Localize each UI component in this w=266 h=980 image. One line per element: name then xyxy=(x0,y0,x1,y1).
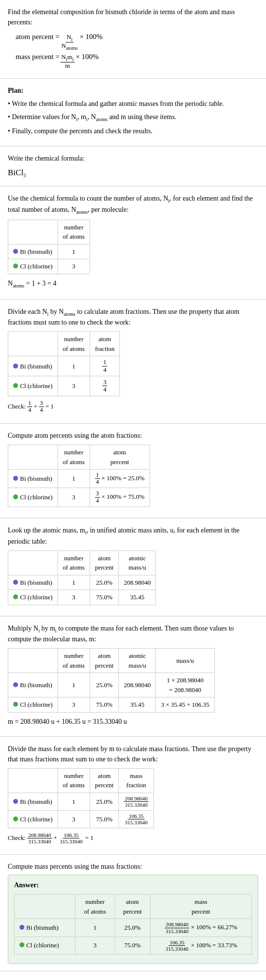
bi-count: 1 xyxy=(57,244,90,259)
answer-box: Answer: numberof atoms atompercent massp… xyxy=(8,875,258,963)
col-atomic-mass-header: atomicmass/u xyxy=(119,649,156,673)
col-num-atoms-header: numberof atoms xyxy=(75,895,114,919)
cl-label: Cl (chlorine) xyxy=(15,937,76,954)
cl-bullet xyxy=(19,942,24,947)
col-atom-pct-header: atompercent xyxy=(114,895,150,919)
cl-mass-calc: 3 × 35.45 = 106.35 xyxy=(156,697,214,713)
col-element-header xyxy=(8,551,58,575)
bi-bullet xyxy=(13,580,18,585)
table-row: Bi (bismuth) 1 xyxy=(8,244,90,259)
bi-atom-pct: 25.0% xyxy=(114,919,150,937)
cl-count: 3 xyxy=(57,259,90,274)
cl-mass-fraction: 106.35 315.33040 xyxy=(119,811,154,828)
table-row: Cl (chlorine) 3 75.0% 35.45 3 × 35.45 = … xyxy=(8,697,215,713)
table-row: Cl (chlorine) 3 75.0% 106.35 315.33040 xyxy=(8,811,154,828)
cl-bullet xyxy=(13,383,18,388)
chemical-formula-section: Write the chemical formula: BiCl3 xyxy=(0,146,266,186)
cl-count: 3 xyxy=(57,811,90,828)
bi-count: 1 xyxy=(57,470,90,488)
bi-label: Bi (bismuth) xyxy=(8,673,58,697)
col-num-atoms-header: numberof atoms xyxy=(57,445,90,470)
col-atomic-mass-header: atomicmass/u xyxy=(119,551,156,575)
cl-fraction: 3 4 xyxy=(90,376,119,396)
col-num-atoms-header: numberof atoms xyxy=(57,220,90,244)
cl-label: Cl (chlorine) xyxy=(8,488,58,507)
atom-percents-section: Compute atom percents using the atom fra… xyxy=(0,424,266,518)
bi-bullet xyxy=(13,364,18,368)
plan-step-3: • Finally, compute the percents and chec… xyxy=(8,126,258,136)
cl-count: 3 xyxy=(75,937,114,954)
cl-bullet xyxy=(13,817,18,821)
table-row: Bi (bismuth) 1 25.0% 208.98040 1 × 208.9… xyxy=(8,673,215,697)
col-element-header xyxy=(8,649,58,673)
table-row: Cl (chlorine) 3 75.0% 106.35 315.33040 ×… xyxy=(15,937,252,954)
table-row: Bi (bismuth) 1 1 4 xyxy=(8,356,120,376)
col-atom-fraction-header: atomfraction xyxy=(90,332,119,356)
col-element-header xyxy=(8,445,58,470)
cl-atom-pct: 75.0% xyxy=(90,697,118,713)
plan-section: Plan: • Write the chemical formula and g… xyxy=(0,79,266,146)
cl-count: 3 xyxy=(57,697,90,713)
molecular-mass-total: m = 208.98040 u + 106.35 u = 315.33040 u xyxy=(8,716,258,727)
col-num-atoms-header: numberof atoms xyxy=(57,768,90,793)
fractions-check: Check: 14 + 34 = 1 xyxy=(8,400,258,413)
atom-percents-table: numberof atoms atompercent Bi (bismuth) … xyxy=(8,445,150,507)
cl-bullet xyxy=(13,594,18,599)
atomic-mass-text: Look up the atomic mass, mi, in unified … xyxy=(8,525,258,547)
bi-bullet xyxy=(13,682,18,687)
cl-mass-pct: 106.35 315.33040 × 100% = 33.73% xyxy=(150,937,251,954)
col-atom-pct-header: atompercent xyxy=(90,768,118,793)
mass-fractions-check: Check: 208.98040315.33040 + 106.35315.33… xyxy=(8,832,258,844)
cl-count: 3 xyxy=(57,590,90,605)
cl-atom-pct: 75.0% xyxy=(90,590,118,605)
atom-fractions-text: Divide each Ni by Natoms to calculate at… xyxy=(8,306,258,328)
atomic-mass-table: numberof atoms atompercent atomicmass/u … xyxy=(8,551,156,605)
bi-bullet xyxy=(19,925,24,930)
bi-mass-fraction: 208.98040 315.33040 xyxy=(119,793,154,810)
bi-atomic-mass: 208.98040 xyxy=(119,673,156,697)
col-atom-pct-header: atompercent xyxy=(90,649,118,673)
atom-fractions-section: Divide each Ni by Natoms to calculate at… xyxy=(0,300,266,424)
col-mass-fraction-header: massfraction xyxy=(119,768,154,793)
col-atom-percent-header: atompercent xyxy=(90,445,150,470)
atomic-mass-section: Look up the atomic mass, mi, in unified … xyxy=(0,518,266,616)
cl-atomic-mass: 35.45 xyxy=(119,697,156,713)
bi-count: 1 xyxy=(57,356,90,376)
atom-percent-formula: atom percent = Ni Natoms × 100% xyxy=(16,31,258,50)
mass-fractions-section: Divide the mass for each element by m to… xyxy=(0,737,266,855)
table-row: Bi (bismuth) 1 14 × 100% = 25.0% xyxy=(8,470,150,488)
col-element-header xyxy=(15,895,76,919)
intro-text: Find the elemental composition for bismu… xyxy=(8,7,258,27)
bi-count: 1 xyxy=(57,575,90,590)
molecular-mass-text: Multiply Ni by mi to compute the mass fo… xyxy=(8,623,258,645)
bi-bullet xyxy=(13,476,18,481)
col-element-header xyxy=(8,332,58,356)
cl-count: 3 xyxy=(57,488,90,507)
cl-atom-pct: 34 × 100% = 75.0% xyxy=(90,488,150,507)
col-mass-header: mass/u xyxy=(156,649,214,673)
count-atoms-section: Use the chemical formula to count the nu… xyxy=(0,186,266,299)
bi-label: Bi (bismuth) xyxy=(8,575,58,590)
cl-label: Cl (chlorine) xyxy=(8,259,58,274)
bi-atom-pct: 14 × 100% = 25.0% xyxy=(90,470,150,488)
mass-percent-formula: mass percent = Nimi m × 100% xyxy=(16,51,258,69)
mass-fractions-table: numberof atoms atompercent massfraction … xyxy=(8,768,154,828)
count-atoms-table: numberof atoms Bi (bismuth) 1 Cl (chlori… xyxy=(8,220,90,274)
bi-label: Bi (bismuth) xyxy=(8,244,58,259)
bi-mass-pct: 208.98040 315.33040 × 100% = 66.27% xyxy=(150,919,251,937)
cl-count: 3 xyxy=(57,376,90,396)
answer-section: Compute mass percents using the mass fra… xyxy=(0,855,266,971)
table-row: Bi (bismuth) 1 25.0% 208.98040 315.33040… xyxy=(15,919,252,937)
cl-bullet xyxy=(13,264,18,268)
col-num-atoms-header: numberof atoms xyxy=(57,332,90,356)
natoms-total: Natoms = 1 + 3 = 4 xyxy=(8,278,258,289)
plan-step-2: • Determine values for Ni, mi, Natoms an… xyxy=(8,112,258,123)
cl-bullet xyxy=(13,494,18,499)
compute-mass-text: Compute mass percents using the mass fra… xyxy=(8,861,258,872)
table-row: Bi (bismuth) 1 25.0% 208.98040 xyxy=(8,575,156,590)
col-num-atoms-header: numberof atoms xyxy=(57,551,90,575)
col-element-header xyxy=(8,768,58,793)
chemical-formula-prompt: Write the chemical formula: xyxy=(8,153,258,163)
table-row: Cl (chlorine) 3 3 4 xyxy=(8,376,120,396)
bi-fraction: 1 4 xyxy=(90,356,119,376)
